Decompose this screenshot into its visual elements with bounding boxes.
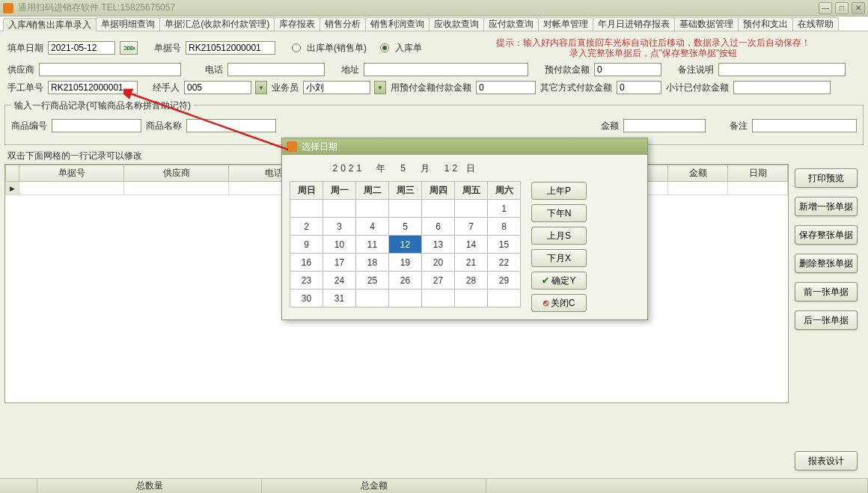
maximize-button[interactable]: □ <box>835 2 849 14</box>
side-button-4[interactable]: 前一张单据 <box>795 282 858 301</box>
calendar-day[interactable]: 30 <box>290 290 323 307</box>
calendar-day[interactable]: 4 <box>356 218 389 236</box>
tab-11[interactable]: 预付和支出 <box>738 17 793 31</box>
grid-col-6[interactable]: 金额 <box>668 165 728 182</box>
address-input[interactable] <box>364 63 528 76</box>
calendar-day[interactable]: 18 <box>356 254 389 272</box>
next-year-button[interactable]: 下年N <box>531 204 587 222</box>
tab-2[interactable]: 单据汇总(收款和付款管理) <box>159 17 275 31</box>
entry-legend: 输入一行商品记录(可输商品名称拼音助记符) <box>11 99 194 112</box>
outbound-radio[interactable] <box>292 43 301 52</box>
prev-year-button[interactable]: 上年P <box>531 182 587 200</box>
calendar-day[interactable]: 5 <box>389 218 422 236</box>
tab-7[interactable]: 应付款查询 <box>483 17 539 31</box>
calendar-day[interactable]: 8 <box>488 218 521 236</box>
calendar-day[interactable]: 25 <box>356 272 389 290</box>
calendar-day[interactable]: 7 <box>455 218 488 236</box>
grid-col-0[interactable] <box>6 165 19 182</box>
calendar-day[interactable]: 17 <box>323 254 356 272</box>
manual-input[interactable] <box>48 81 138 94</box>
calendar-table[interactable]: 周日周一周二周三周四周五周六 1234567891011121314151617… <box>290 181 521 307</box>
tab-5[interactable]: 销售利润查询 <box>365 17 430 31</box>
handler-dropdown-icon[interactable]: ▼ <box>255 81 267 94</box>
date-picker-button[interactable]: >>> <box>120 41 138 55</box>
tab-0[interactable]: 入库/销售出库单录入 <box>3 18 97 31</box>
tab-4[interactable]: 销售分析 <box>320 17 366 31</box>
grid-col-7[interactable]: 日期 <box>728 165 788 182</box>
calendar-day <box>422 200 455 218</box>
weekday-header: 周一 <box>323 182 356 200</box>
calendar-day <box>422 290 455 307</box>
calendar-day[interactable]: 21 <box>455 254 488 272</box>
calendar-day[interactable]: 26 <box>389 272 422 290</box>
calendar-day[interactable]: 12 <box>389 236 422 254</box>
main-tabbar: 入库/销售出库单录入单据明细查询单据汇总(收款和付款管理)库存报表销售分析销售利… <box>0 16 868 31</box>
calendar-day[interactable]: 14 <box>455 236 488 254</box>
status-bar: 总数量 总金额 <box>0 478 868 493</box>
prev-month-button[interactable]: 上月S <box>531 227 587 245</box>
subtotal-input[interactable] <box>733 81 831 94</box>
calendar-day[interactable]: 1 <box>488 200 521 218</box>
calendar-day[interactable]: 19 <box>389 254 422 272</box>
side-button-1[interactable]: 新增一张单据 <box>795 197 858 216</box>
salesman-dropdown-icon[interactable]: ▼ <box>374 81 386 94</box>
calendar-header: 2021 年 5 月 12 日 <box>290 162 521 175</box>
salesman-input[interactable] <box>303 81 370 94</box>
code-input[interactable] <box>52 119 141 132</box>
close-button[interactable]: ✕ <box>852 2 865 14</box>
docno-input[interactable] <box>186 41 275 55</box>
handler-input[interactable] <box>184 81 251 94</box>
tab-3[interactable]: 库存报表 <box>274 17 320 31</box>
calendar-day[interactable]: 28 <box>455 272 488 290</box>
next-month-button[interactable]: 下月X <box>531 249 587 267</box>
supplier-input[interactable] <box>39 63 181 76</box>
calendar-day[interactable]: 27 <box>422 272 455 290</box>
remark-input[interactable] <box>718 63 846 76</box>
tab-8[interactable]: 对帐单管理 <box>538 17 593 31</box>
grid-col-1[interactable]: 单据号 <box>19 165 124 182</box>
close-dialog-button[interactable]: ⎋关闭C <box>531 294 587 312</box>
inbound-radio[interactable] <box>380 43 389 52</box>
calendar-day[interactable]: 23 <box>290 272 323 290</box>
tab-9[interactable]: 年月日进销存报表 <box>593 17 675 31</box>
calendar-day[interactable]: 15 <box>488 236 521 254</box>
address-label: 地址 <box>341 64 359 76</box>
calendar-day[interactable]: 10 <box>323 236 356 254</box>
side-button-0[interactable]: 打印预览 <box>795 168 858 188</box>
tab-1[interactable]: 单据明细查询 <box>96 17 160 31</box>
calendar-day[interactable]: 2 <box>290 218 323 236</box>
calendar-day[interactable]: 24 <box>323 272 356 290</box>
calendar-day[interactable]: 16 <box>290 254 323 272</box>
calendar-day[interactable]: 20 <box>422 254 455 272</box>
calendar-day[interactable]: 31 <box>323 290 356 307</box>
calendar-day[interactable]: 6 <box>422 218 455 236</box>
otherpay-input[interactable] <box>617 81 661 94</box>
calendar-day[interactable]: 29 <box>488 272 521 290</box>
prepay-input[interactable] <box>594 63 661 76</box>
calendar-day[interactable]: 22 <box>488 254 521 272</box>
minimize-button[interactable]: — <box>819 2 832 14</box>
calendar-day <box>488 290 521 307</box>
calendar-day[interactable]: 13 <box>422 236 455 254</box>
phone-label: 电话 <box>205 64 223 76</box>
side-button-3[interactable]: 删除整张单据 <box>795 254 858 273</box>
name-input[interactable] <box>186 119 276 132</box>
note-input[interactable] <box>752 119 857 132</box>
tab-12[interactable]: 在线帮助 <box>792 17 839 31</box>
amount-input[interactable] <box>623 119 706 132</box>
tab-6[interactable]: 应收款查询 <box>429 17 484 31</box>
side-button-2[interactable]: 保存整张单据 <box>795 225 858 245</box>
date-input[interactable] <box>48 41 115 55</box>
grid-col-2[interactable]: 供应商 <box>124 165 229 182</box>
tab-10[interactable]: 基础数据管理 <box>674 17 739 31</box>
calendar-day[interactable]: 3 <box>323 218 356 236</box>
phone-input[interactable] <box>227 63 325 76</box>
ok-button[interactable]: ✔确定Y <box>531 272 587 290</box>
report-design-button[interactable]: 报表设计 <box>795 451 858 471</box>
calendar-day[interactable]: 9 <box>290 236 323 254</box>
salesman-label: 业务员 <box>272 82 299 94</box>
dialog-titlebar[interactable]: 选择日期 <box>282 138 647 155</box>
calendar-day[interactable]: 11 <box>356 236 389 254</box>
useprepay-input[interactable] <box>476 81 536 94</box>
side-button-5[interactable]: 后一张单据 <box>795 310 858 330</box>
